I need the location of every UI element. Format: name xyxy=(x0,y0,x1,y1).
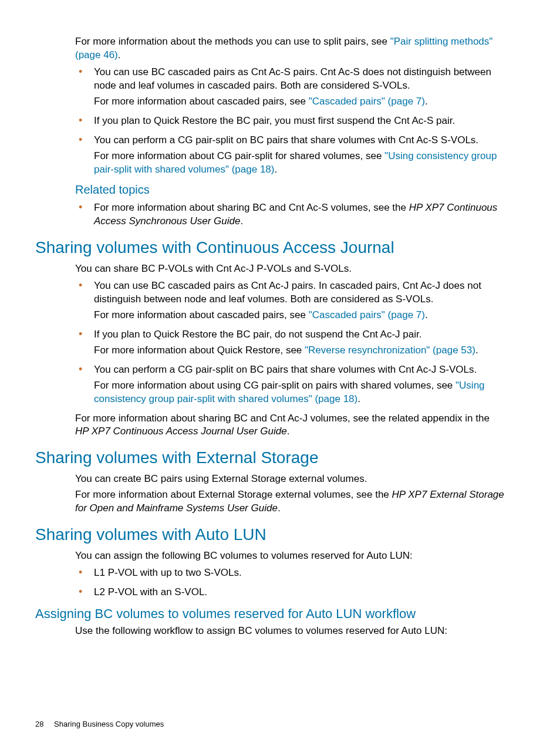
body-text: You can use BC cascaded pairs as Cnt Ac-… xyxy=(94,279,504,306)
body-text: If you plan to Quick Restore the BC pair… xyxy=(94,114,504,128)
related-bullet-list: For more information about sharing BC an… xyxy=(75,201,504,228)
body-text: You can create BC pairs using External S… xyxy=(75,472,504,486)
body-text: . xyxy=(425,309,428,320)
link-cascaded-pairs[interactable]: "Cascaded pairs" (page 7) xyxy=(309,96,425,107)
list-item: L2 P-VOL with an S-VOL. xyxy=(75,586,504,599)
body-text: L2 P-VOL with an S-VOL. xyxy=(94,586,504,599)
body-text: . xyxy=(475,345,478,356)
autolun-body: You can assign the following BC volumes … xyxy=(75,549,504,599)
link-cascaded-pairs[interactable]: "Cascaded pairs" (page 7) xyxy=(309,309,425,320)
top-bullet-list: You can use BC cascaded pairs as Cnt Ac-… xyxy=(75,66,504,177)
link-reverse-resync[interactable]: "Reverse resynchronization" (page 53) xyxy=(305,345,475,356)
list-item: If you plan to Quick Restore the BC pair… xyxy=(75,114,504,128)
page-container: For more information about the methods y… xyxy=(0,0,560,746)
list-item: You can use BC cascaded pairs as Cnt Ac-… xyxy=(75,279,504,322)
list-item: You can use BC cascaded pairs as Cnt Ac-… xyxy=(75,66,504,109)
body-text: . xyxy=(274,164,277,175)
list-item: L1 P-VOL with up to two S-VOLs. xyxy=(75,566,504,580)
body-text: For more information about sharing BC an… xyxy=(94,202,409,213)
footer-title: Sharing Business Copy volumes xyxy=(54,720,164,728)
intro-paragraph: For more information about the methods y… xyxy=(75,35,504,176)
intro-text: For more information about the methods y… xyxy=(75,36,390,47)
heading-related-topics: Related topics xyxy=(75,182,525,198)
body-text: If you plan to Quick Restore the BC pair… xyxy=(94,328,504,342)
body-text: . xyxy=(240,215,243,227)
body-text: You can assign the following BC volumes … xyxy=(75,549,504,563)
body-text: . xyxy=(357,393,360,404)
body-text: For more information about using CG pair… xyxy=(94,380,456,391)
body-text: For more information about CG pair-split… xyxy=(94,150,384,161)
page-number: 28 xyxy=(35,720,43,728)
body-text: You can share BC P-VOLs with Cnt Ac-J P-… xyxy=(75,262,504,276)
page-footer: 28 Sharing Business Copy volumes xyxy=(35,719,164,730)
body-text: . xyxy=(278,502,281,514)
body-text: You can perform a CG pair-split on BC pa… xyxy=(94,363,504,377)
body-text: For more information about External Stor… xyxy=(75,489,392,500)
related-topics-body: For more information about sharing BC an… xyxy=(75,201,504,228)
body-text: L1 P-VOL with up to two S-VOLs. xyxy=(94,566,504,580)
ext-body: You can create BC pairs using External S… xyxy=(75,472,504,515)
list-item: You can perform a CG pair-split on BC pa… xyxy=(75,134,504,177)
body-text: For more information about cascaded pair… xyxy=(94,309,309,320)
body-text: You can perform a CG pair-split on BC pa… xyxy=(94,134,504,147)
heading-sharing-external: Sharing volumes with External Storage xyxy=(35,447,525,469)
body-text: For more information about Quick Restore… xyxy=(94,345,305,356)
list-item: You can perform a CG pair-split on BC pa… xyxy=(75,363,504,406)
body-text: You can use BC cascaded pairs as Cnt Ac-… xyxy=(94,66,504,93)
list-item: For more information about sharing BC an… xyxy=(75,201,504,228)
body-text: . xyxy=(425,96,428,107)
body-text: Use the following workflow to assign BC … xyxy=(75,625,504,638)
autolun-bullet-list: L1 P-VOL with up to two S-VOLs. L2 P-VOL… xyxy=(75,566,504,599)
body-text: For more information about cascaded pair… xyxy=(94,96,309,107)
intro-text-tail: . xyxy=(118,49,121,60)
heading-assigning-workflow: Assigning BC volumes to volumes reserved… xyxy=(35,605,525,623)
heading-sharing-caj: Sharing volumes with Continuous Access J… xyxy=(35,237,525,259)
list-item: If you plan to Quick Restore the BC pair… xyxy=(75,328,504,357)
caj-body: You can share BC P-VOLs with Cnt Ac-J P-… xyxy=(75,262,504,438)
caj-bullet-list: You can use BC cascaded pairs as Cnt Ac-… xyxy=(75,279,504,406)
body-text: For more information about sharing BC an… xyxy=(75,413,490,424)
workflow-body: Use the following workflow to assign BC … xyxy=(75,625,504,638)
body-text: . xyxy=(287,426,290,437)
heading-sharing-autolun: Sharing volumes with Auto LUN xyxy=(35,524,525,546)
doc-title-italic: HP XP7 Continuous Access Journal User Gu… xyxy=(75,426,287,437)
